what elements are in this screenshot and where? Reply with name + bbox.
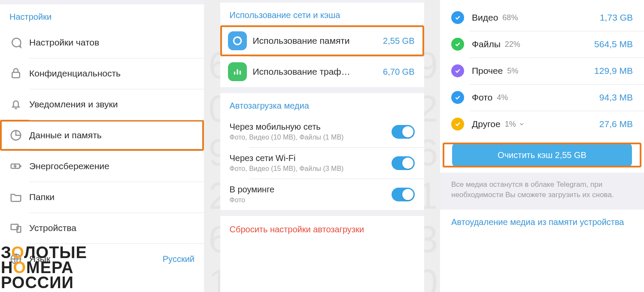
devices-icon [9, 222, 29, 234]
traffic-icon [228, 62, 247, 81]
autoload-wifi-toggle[interactable] [392, 156, 415, 170]
cache-cat-photo[interactable]: Фото 4% 94,3 MB [440, 84, 644, 111]
cache-cat-video[interactable]: Видео 68% 1,73 GB [440, 4, 644, 31]
check-icon [451, 118, 464, 131]
cache-detail-screen: Видео 68% 1,73 GB Файлы 22% 564,5 MB Про… [440, 0, 644, 292]
autoload-roaming-row[interactable]: В роуминге Фото [220, 179, 424, 210]
cache-hint-text: Все медиа останутся в облаке Telegram, п… [440, 173, 644, 210]
reset-autoload-button[interactable]: Сбросить настройки автозагрузки [220, 216, 424, 243]
settings-row-devices[interactable]: Устройства [0, 213, 204, 243]
autoload-mobile-toggle[interactable] [392, 125, 415, 139]
data-storage-screen: Использование сети и кэша Использование … [220, 0, 424, 292]
section-usage-title: Использование сети и кэша [220, 3, 424, 25]
battery-icon [9, 160, 29, 173]
bell-icon [9, 98, 29, 111]
autodelete-link[interactable]: Автоудаление медиа из памяти устройства [440, 210, 644, 235]
autoload-wifi-row[interactable]: Через сети Wi-Fi Фото, Видео (15 MB), Фа… [220, 147, 424, 179]
traffic-usage-row[interactable]: Использование траф… 6,70 GB [220, 56, 424, 87]
folder-icon [9, 191, 29, 204]
chat-icon [9, 36, 29, 49]
settings-row-privacy[interactable]: Конфиденциальность [0, 58, 204, 89]
language-value: Русский [163, 254, 194, 264]
watermark-logo: ЗОЛОТЫЕ НОМЕРА РОССИИ [1, 245, 87, 290]
settings-row-notifications[interactable]: Уведомления и звуки [0, 89, 204, 120]
check-icon [451, 11, 464, 24]
storage-icon [228, 31, 247, 50]
check-icon [451, 38, 464, 51]
settings-row-chats[interactable]: Настройки чатов [0, 27, 204, 58]
clear-cache-button[interactable]: Очистить кэш 2,55 GB [452, 143, 632, 167]
section-autoload-title: Автозагрузка медиа [220, 93, 424, 116]
settings-row-folders[interactable]: Папки [0, 182, 204, 213]
cache-cat-other2[interactable]: Другое 1% 27,6 MB [440, 111, 644, 137]
traffic-usage-value: 6,70 GB [383, 67, 414, 77]
lock-icon [9, 67, 29, 80]
pie-icon [9, 129, 29, 142]
chevron-down-icon [519, 121, 525, 127]
storage-usage-value: 2,55 GB [383, 36, 414, 46]
autoload-roaming-toggle[interactable] [392, 188, 415, 201]
cache-cat-other1[interactable]: Прочее 5% 129,9 MB [440, 58, 644, 84]
svg-rect-0 [12, 73, 20, 78]
cache-cat-files[interactable]: Файлы 22% 564,5 MB [440, 31, 644, 58]
check-icon [451, 91, 464, 104]
check-icon [451, 64, 464, 77]
settings-row-data-storage[interactable]: Данные и память [0, 120, 204, 151]
autoload-mobile-row[interactable]: Через мобильную сеть Фото, Видео (10 MB)… [220, 116, 424, 147]
settings-row-power[interactable]: Энергосбережение [0, 151, 204, 182]
storage-usage-row[interactable]: Использование памяти 2,55 GB [220, 25, 424, 56]
settings-header: Настройки [0, 4, 204, 27]
